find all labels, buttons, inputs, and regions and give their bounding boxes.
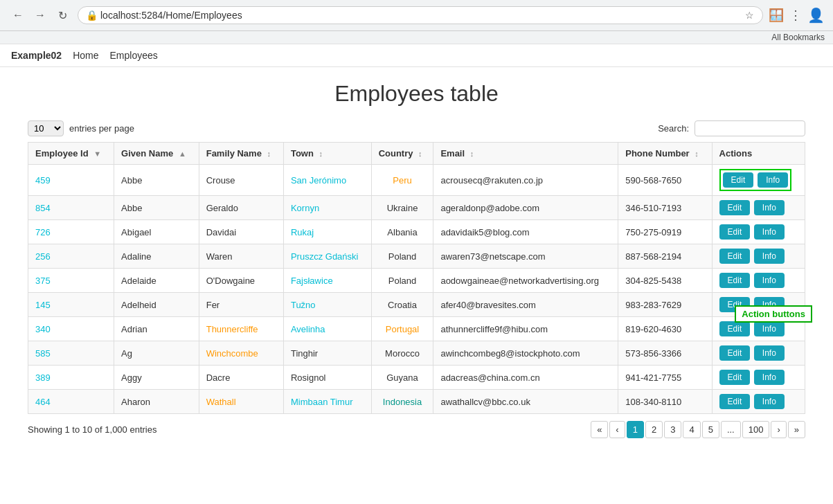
col-country[interactable]: Country ↕	[371, 143, 433, 165]
pagination-next[interactable]: ›	[771, 421, 786, 438]
col-family-name[interactable]: Family Name ↕	[199, 143, 283, 165]
edit-button[interactable]: Edit	[719, 345, 751, 361]
edit-button[interactable]: Edit	[719, 370, 751, 385]
col-email[interactable]: Email ↕	[433, 143, 618, 165]
info-button[interactable]: Info	[754, 345, 785, 361]
app-navbar: Example02 Home Employees	[0, 44, 833, 67]
back-button[interactable]: ←	[8, 6, 28, 25]
sort-icon-employee-id: ▼	[93, 150, 101, 158]
pagination: « ‹ 1 2 3 4 5 ... 100 › »	[591, 421, 805, 438]
cell-country: Croatia	[371, 293, 433, 317]
edit-button[interactable]: Edit	[719, 224, 751, 240]
sort-icon-country: ↕	[418, 150, 422, 158]
pagination-page-2[interactable]: 2	[645, 421, 663, 438]
star-icon[interactable]: ☆	[745, 10, 754, 21]
extensions-icon[interactable]: 🪟	[769, 8, 784, 23]
pagination-page-5[interactable]: 5	[702, 421, 719, 438]
cell-email: afer40@bravesites.com	[433, 293, 618, 317]
pagination-page-1[interactable]: 1	[627, 421, 644, 438]
cell-family-name: Dacre	[199, 366, 283, 390]
cell-given-name: Adaline	[114, 244, 199, 269]
cell-family-name: Winchcombe	[199, 341, 283, 366]
cell-id: 459	[28, 165, 114, 196]
cell-id: 340	[28, 317, 114, 341]
page-title: Employees table	[28, 81, 805, 107]
edit-button[interactable]: Edit	[719, 297, 751, 312]
cell-phone: 346-510-7193	[618, 196, 712, 220]
cell-town: Fajsławice	[283, 269, 371, 293]
pagination-last[interactable]: »	[788, 421, 805, 438]
edit-button[interactable]: Edit	[719, 200, 751, 215]
info-button[interactable]: Info	[754, 297, 785, 312]
sort-icon-town: ↕	[319, 150, 323, 158]
edit-button[interactable]: Edit	[723, 172, 754, 188]
cell-actions: Edit Info	[712, 366, 805, 390]
forward-button[interactable]: →	[30, 6, 50, 25]
col-actions: Actions	[712, 143, 805, 165]
cell-town: Tinghir	[283, 341, 371, 366]
employees-table: Employee Id ▼ Given Name ▲ Family Name ↕…	[28, 142, 805, 414]
info-button[interactable]: Info	[754, 273, 785, 288]
cell-country: Poland	[371, 244, 433, 269]
cell-id: 389	[28, 366, 114, 390]
cell-given-name: Adelaide	[114, 269, 199, 293]
nav-home[interactable]: Home	[73, 50, 98, 61]
col-given-name[interactable]: Given Name ▲	[114, 143, 199, 165]
info-button[interactable]: Info	[754, 249, 785, 264]
sort-icon-family-name: ↕	[267, 150, 271, 158]
info-button[interactable]: Info	[758, 172, 788, 188]
cell-phone: 983-283-7629	[618, 293, 712, 317]
menu-icon[interactable]: ⋮	[789, 8, 802, 23]
address-bar[interactable]: 🔒 localhost:5284/Home/Employees ☆	[78, 6, 763, 24]
edit-button[interactable]: Edit	[719, 249, 751, 264]
sort-icon-phone: ↕	[695, 150, 699, 158]
table-row: 389 Aggy Dacre Rosignol Guyana adacreas@…	[28, 366, 805, 390]
cell-actions: Edit Info	[712, 341, 805, 366]
refresh-button[interactable]: ↻	[53, 6, 72, 25]
pagination-page-4[interactable]: 4	[683, 421, 700, 438]
profile-icon[interactable]: 👤	[807, 7, 825, 24]
table-row: 375 Adelaide O'Dowgaine Fajsławice Polan…	[28, 269, 805, 293]
table-row: 726 Abigael Davidai Rukaj Albania adavid…	[28, 220, 805, 244]
cell-actions: Edit Info	[712, 317, 805, 341]
cell-actions: Edit Info	[712, 390, 805, 414]
pagination-first[interactable]: «	[591, 421, 608, 438]
pagination-prev[interactable]: ‹	[609, 421, 625, 438]
col-phone[interactable]: Phone Number ↕	[618, 143, 712, 165]
info-button[interactable]: Info	[754, 321, 785, 336]
pagination-page-100[interactable]: 100	[742, 421, 770, 438]
cell-given-name: Adrian	[114, 317, 199, 341]
col-town[interactable]: Town ↕	[283, 143, 371, 165]
col-employee-id[interactable]: Employee Id ▼	[28, 143, 114, 165]
cell-given-name: Adelheid	[114, 293, 199, 317]
info-button[interactable]: Info	[754, 370, 785, 385]
cell-phone: 304-825-5438	[618, 269, 712, 293]
info-button[interactable]: Info	[754, 200, 785, 215]
entries-per-page-select[interactable]: 10 25 50 100	[28, 120, 64, 136]
cell-town: Tužno	[283, 293, 371, 317]
table-row: 854 Abbe Geraldo Kornyn Ukraine ageraldo…	[28, 196, 805, 220]
pagination-page-3[interactable]: 3	[664, 421, 681, 438]
nav-employees[interactable]: Employees	[110, 50, 158, 61]
bookmarks-bar: All Bookmarks	[0, 31, 833, 44]
table-row: 256 Adaline Waren Pruszcz Gdański Poland…	[28, 244, 805, 269]
url-text: localhost:5284/Home/Employees	[100, 10, 741, 21]
entries-label: entries per page	[69, 123, 134, 134]
cell-family-name: Wathall	[199, 390, 283, 414]
search-input[interactable]	[695, 120, 805, 136]
edit-button[interactable]: Edit	[719, 321, 751, 336]
cell-actions: Edit Info	[712, 196, 805, 220]
cell-town: Avelinha	[283, 317, 371, 341]
cell-country: Ukraine	[371, 196, 433, 220]
bookmarks-label: All Bookmarks	[771, 33, 825, 42]
info-button[interactable]: Info	[754, 224, 785, 240]
edit-button[interactable]: Edit	[719, 273, 751, 288]
info-button[interactable]: Info	[754, 394, 785, 409]
showing-label: Showing 1 to 10 of 1,000 entries	[28, 424, 156, 435]
edit-button[interactable]: Edit	[719, 394, 751, 409]
table-row: 340 Adrian Thunnercliffe Avelinha Portug…	[28, 317, 805, 341]
app-brand: Example02	[11, 50, 62, 61]
cell-email: adacreas@china.com.cn	[433, 366, 618, 390]
cell-email: acrousecq@rakuten.co.jp	[433, 165, 618, 196]
cell-family-name: Geraldo	[199, 196, 283, 220]
